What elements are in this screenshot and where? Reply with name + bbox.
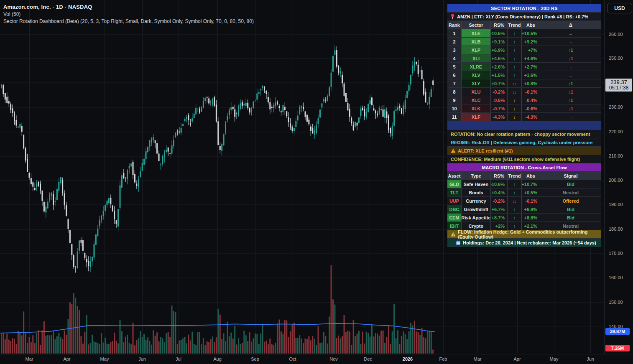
time-axis-label: Jun (587, 356, 594, 361)
sector-table-body: 1XLE+10.5%↑+10.5%→2XLB+9.1%↑+9.2%→3XLP+6… (447, 29, 601, 121)
abs-cell: -4.3% (521, 113, 540, 121)
abs-cell: +6.8% (521, 205, 540, 213)
price-axis-label: 160.00 (609, 275, 623, 280)
abs-cell: +10.5% (521, 29, 540, 37)
sector-row-xlre: 5XLRE+2.6%↑+2.7%→ (447, 63, 601, 71)
sector-row-xle: 1XLE+10.5%↑+10.5%→ (447, 29, 601, 38)
time-axis-label: May (550, 356, 559, 361)
macro-row-gld: GLDSafe Haven+10.6%↑+10.7%Bid (447, 180, 601, 188)
sector-cell: XLI (461, 54, 490, 62)
time-axis-label: Sep (251, 356, 259, 361)
abs-cell: +9.2% (521, 38, 540, 46)
panel-symbol-row: AMZN | ETF: XLY (Cons Discretionary) | R… (447, 13, 601, 21)
sector-cell: XLP (461, 46, 490, 54)
time-axis[interactable]: MarAprMayJunJulAugSepOctNovDec2026FebMar… (0, 354, 633, 364)
rank-cell: 10 (447, 104, 461, 112)
flow-status-row: FLOW: Inflation Hedge: Gold + Commoditie… (447, 230, 601, 239)
rs-cell: +4.5% (490, 54, 507, 62)
trend-cell: ↑ (507, 46, 521, 54)
current-price-tag: 239.37 05:17:38 (605, 79, 632, 92)
trend-cell: ↑↑ (507, 79, 521, 87)
price-axis-label: 190.00 (609, 202, 623, 207)
time-axis-label: Nov (329, 356, 338, 361)
asset-cell: GLD (447, 180, 461, 188)
regime-status-text: REGIME: Risk-Off | Defensives gaining, C… (451, 140, 592, 145)
price-axis-label: 250.00 (609, 56, 623, 61)
column-header: Abs (521, 21, 540, 29)
flow-status-text: FLOW: Inflation Hedge: Gold + Commoditie… (458, 229, 601, 239)
delta-cell: → (540, 71, 601, 79)
volume-indicator-label: Vol (50) (3, 11, 20, 17)
abs-cell: +8.8% (521, 214, 540, 221)
legend-dashboard-row[interactable]: Sector Rotation Dashboard (Beta) (20, 5,… (3, 18, 254, 25)
rank-cell: 4 (447, 54, 461, 62)
rank-cell: 1 (447, 29, 461, 37)
sector-rotation-panel: SECTOR ROTATION - 20D RS AMZN | ETF: XLY… (447, 4, 601, 247)
rs-cell: -0.5% (490, 96, 507, 104)
abs-cell: +10.7% (521, 180, 540, 188)
panel-title: SECTOR ROTATION - 20D RS (447, 4, 601, 13)
sector-row-xlf: 11XLF-4.3%↓-4.3%→ (447, 113, 601, 121)
rank-cell: 2 (447, 38, 461, 46)
rs-cell: +8.7% (490, 214, 507, 221)
trend-cell: ↓ (507, 104, 521, 112)
abs-cell: +2.7% (521, 63, 540, 71)
legend-symbol-row[interactable]: Amazon.com, Inc. · 1D · NASDAQ (3, 3, 254, 10)
time-axis-label: Mar (474, 356, 482, 361)
delta-cell: ↓1 (540, 104, 601, 112)
rs-cell: +10.5% (490, 29, 507, 37)
delta-cell: ↑1 (540, 79, 601, 87)
asset-cell: TLT (447, 188, 461, 196)
time-axis-label: Apr (63, 356, 70, 361)
sector-row-xlb: 2XLB+9.1%↑+9.2%→ (447, 38, 601, 46)
column-header: Sector (461, 21, 490, 29)
currency-toggle-button[interactable]: USD (607, 3, 632, 13)
trend-cell: ↑ (507, 54, 521, 62)
column-header: Δ (540, 21, 601, 29)
time-axis-label: Dec (364, 356, 372, 361)
trend-cell: ↑ (507, 205, 521, 213)
sector-table-header: RankSectorRS%TrendAbsΔ (447, 21, 601, 29)
macro-row-tlt: TLTBonds+0.4%↑+0.5%Neutral (447, 188, 601, 197)
signal-cell: Bid (540, 180, 601, 188)
type-cell: Bonds (461, 188, 490, 196)
abs-cell: +1.6% (521, 71, 540, 79)
column-header: Type (461, 172, 490, 180)
delta-cell: → (540, 63, 601, 71)
trend-cell: ↑ (507, 71, 521, 79)
trend-cell: ↑ (507, 38, 521, 46)
type-cell: Growth/Infl (461, 205, 490, 213)
price-axis[interactable]: 239.37 05:17:38 39.87M 7.26M 260.00250.0… (604, 0, 633, 354)
sector-cell: XLE (461, 29, 490, 37)
rank-cell: 5 (447, 63, 461, 71)
sector-row-xlu: 8XLU-0.2%↓↓-0.1%↓1 (447, 88, 601, 96)
warning-icon (451, 232, 456, 237)
sector-cell: XLF (461, 113, 490, 121)
rs-cell: +10.6% (490, 180, 507, 188)
alert-status-row: ALERT: XLE resilient (#1) (447, 147, 601, 155)
type-cell: Risk Appetite (461, 214, 490, 221)
legend-volume-row[interactable]: Vol (50) (3, 10, 254, 18)
rs-cell: -4.3% (490, 113, 507, 121)
current-price-dotted-line (0, 85, 604, 85)
asset-cell: DBC (447, 205, 461, 213)
sector-row-xlk: 10XLK-0.7%↓-0.6%↓1 (447, 104, 601, 113)
macro-row-eem: EEMRisk Appetite+8.7%↑+8.8%Bid (447, 214, 601, 222)
pin-icon (451, 14, 454, 19)
abs-cell: +7% (521, 46, 540, 54)
rs-cell: -0.2% (490, 197, 507, 205)
macro-row-dbc: DBCGrowth/Infl+6.7%↑+6.8%Bid (447, 205, 601, 214)
trend-cell: ↓ (507, 96, 521, 104)
confidence-status-text: CONFIDENCE: Medium (6/11 sectors show de… (451, 157, 580, 162)
rs-cell: -0.7% (490, 104, 507, 112)
abs-cell: +2.1% (521, 222, 540, 230)
delta-cell: ↓1 (540, 88, 601, 96)
column-header: Rank (447, 21, 461, 29)
signal-cell: Neutral (540, 188, 601, 196)
type-cell: Currency (461, 197, 490, 205)
asset-cell: EEM (447, 214, 461, 221)
price-axis-label: 230.00 (609, 104, 623, 109)
price-axis-label: 200.00 (609, 178, 623, 183)
holdings-status-row: Holdings: Dec 20, 2024 | Next rebalance:… (447, 239, 601, 247)
macro-table-body: GLDSafe Haven+10.6%↑+10.7%BidTLTBonds+0.… (447, 180, 601, 230)
